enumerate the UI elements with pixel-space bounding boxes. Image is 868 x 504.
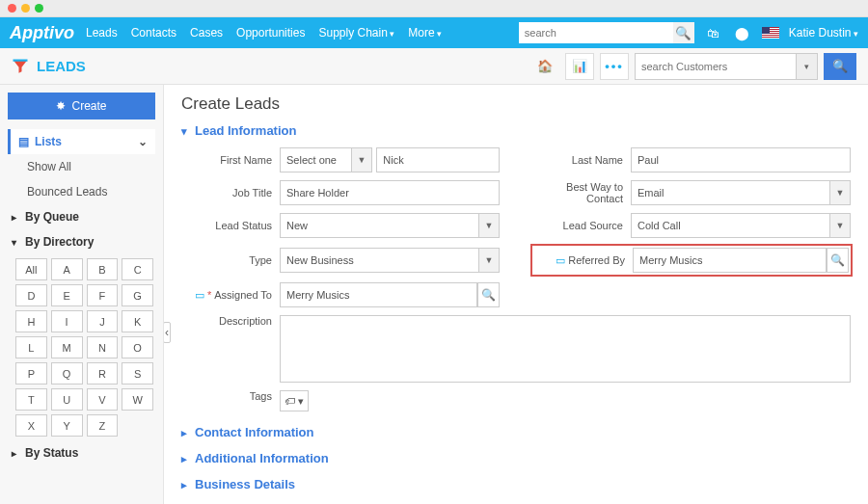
first-name-input[interactable] xyxy=(376,147,500,172)
alpha-q[interactable]: Q xyxy=(51,362,83,385)
content-area: ‹ Create Leads Lead Information First Na… xyxy=(164,85,868,504)
user-menu[interactable]: Katie Dustin xyxy=(789,26,858,40)
lead-source-dropdown[interactable]: ▼ xyxy=(829,213,851,238)
referred-by-search-button[interactable]: 🔍 xyxy=(827,248,849,273)
label-description: Description xyxy=(181,315,280,327)
alpha-y[interactable]: Y xyxy=(51,414,83,437)
alpha-t[interactable]: T xyxy=(15,388,47,411)
chart-icon[interactable]: 📊 xyxy=(565,53,594,80)
section-lead-information[interactable]: Lead Information xyxy=(181,118,851,144)
salutation-dropdown[interactable]: ▼ xyxy=(351,147,372,172)
global-search: 🔍 xyxy=(519,22,694,43)
top-nav: Apptivo Leads Contacts Cases Opportuniti… xyxy=(0,17,868,48)
alpha-g[interactable]: G xyxy=(122,284,153,306)
lead-status-dropdown[interactable]: ▼ xyxy=(478,213,500,238)
alpha-c[interactable]: C xyxy=(122,258,153,280)
label-tags: Tags xyxy=(181,390,280,402)
customer-search-dropdown[interactable]: ▾ xyxy=(796,54,817,79)
nav-leads[interactable]: Leads xyxy=(86,26,118,40)
nav-contacts[interactable]: Contacts xyxy=(131,26,176,40)
alpha-z[interactable]: Z xyxy=(87,414,119,437)
global-search-button[interactable]: 🔍 xyxy=(673,22,694,43)
label-referred-by: ▭Referred By xyxy=(534,254,633,267)
section-contact-information[interactable]: Contact Information xyxy=(181,419,851,445)
customer-search-button[interactable]: 🔍 xyxy=(824,53,856,80)
alpha-r[interactable]: R xyxy=(87,362,119,385)
alpha-j[interactable]: J xyxy=(87,310,119,332)
referred-by-input[interactable] xyxy=(633,248,827,273)
alpha-i[interactable]: I xyxy=(51,310,83,332)
min-dot[interactable] xyxy=(21,4,30,13)
module-bar: LEADS 🏠 📊 ••• ▾ 🔍 xyxy=(0,48,868,85)
more-actions-icon[interactable]: ••• xyxy=(600,53,629,80)
nav-opportunities[interactable]: Opportunities xyxy=(236,26,305,40)
alpha-h[interactable]: H xyxy=(15,310,47,332)
label-type: Type xyxy=(181,254,280,266)
sidebar-by-queue[interactable]: ▸By Queue xyxy=(8,204,155,229)
home-icon[interactable]: 🏠 xyxy=(530,53,559,80)
label-lead-status: Lead Status xyxy=(181,220,280,231)
customer-search: ▾ xyxy=(635,53,818,80)
assigned-to-search-button[interactable]: 🔍 xyxy=(477,282,500,307)
alpha-v[interactable]: V xyxy=(87,388,119,411)
create-button[interactable]: ✸Create xyxy=(8,93,155,119)
type-select[interactable] xyxy=(280,248,500,273)
assigned-to-input[interactable] xyxy=(280,282,477,307)
lead-status-select[interactable] xyxy=(280,213,500,238)
alpha-m[interactable]: M xyxy=(51,336,83,358)
alpha-d[interactable]: D xyxy=(15,284,47,306)
best-way-select[interactable] xyxy=(631,180,851,205)
alpha-p[interactable]: P xyxy=(15,362,47,385)
alpha-e[interactable]: E xyxy=(51,284,83,306)
sidebar-show-all[interactable]: Show All xyxy=(8,154,155,179)
logo[interactable]: Apptivo xyxy=(10,23,74,43)
label-first-name: First Name xyxy=(181,154,280,166)
alpha-o[interactable]: O xyxy=(122,336,153,358)
sidebar-lists[interactable]: ▤ Lists ⌄ xyxy=(8,129,155,154)
sidebar: ✸Create ▤ Lists ⌄ Show All Bounced Leads… xyxy=(0,85,164,504)
global-search-input[interactable] xyxy=(519,22,673,43)
alpha-all[interactable]: All xyxy=(15,258,47,280)
store-icon[interactable]: 🛍 xyxy=(704,23,723,42)
alpha-s[interactable]: S xyxy=(122,362,153,385)
nav-links: Leads Contacts Cases Opportunities Suppl… xyxy=(86,26,442,40)
sidebar-by-directory[interactable]: ▾By Directory xyxy=(8,229,155,254)
nav-cases[interactable]: Cases xyxy=(190,26,223,40)
alpha-f[interactable]: F xyxy=(87,284,119,306)
sidebar-bounced-leads[interactable]: Bounced Leads xyxy=(8,179,155,204)
nav-supply-chain[interactable]: Supply Chain xyxy=(318,26,394,40)
nav-more[interactable]: More xyxy=(408,26,442,40)
job-title-input[interactable] xyxy=(280,180,500,205)
label-lead-source: Lead Source xyxy=(532,220,631,231)
customer-search-input[interactable] xyxy=(635,53,818,80)
window-titlebar xyxy=(0,0,868,17)
last-name-input[interactable] xyxy=(631,147,851,172)
alpha-x[interactable]: X xyxy=(15,414,47,437)
section-business-details[interactable]: Business Details xyxy=(181,471,851,497)
flag-icon[interactable] xyxy=(762,27,779,39)
sidebar-collapse-handle[interactable]: ‹ xyxy=(164,322,171,343)
label-assigned-to: ▭*Assigned To xyxy=(181,289,280,302)
type-dropdown[interactable]: ▼ xyxy=(478,248,500,273)
add-tag-button[interactable]: 🏷 ▾ xyxy=(280,390,309,411)
lead-source-select[interactable] xyxy=(631,213,851,238)
alpha-a[interactable]: A xyxy=(51,258,83,280)
section-additional-information[interactable]: Additional Information xyxy=(181,445,851,471)
alpha-w[interactable]: W xyxy=(122,388,153,411)
module-title: LEADS xyxy=(12,58,86,75)
alpha-n[interactable]: N xyxy=(87,336,119,358)
alpha-k[interactable]: K xyxy=(122,310,153,332)
alpha-u[interactable]: U xyxy=(51,388,83,411)
svg-rect-0 xyxy=(14,59,28,61)
description-textarea[interactable] xyxy=(280,315,851,383)
notification-icon[interactable]: ⬤ xyxy=(733,23,752,42)
max-dot[interactable] xyxy=(35,4,43,13)
sidebar-by-status[interactable]: ▸By Status xyxy=(8,440,155,465)
best-way-dropdown[interactable]: ▼ xyxy=(829,180,851,205)
close-dot[interactable] xyxy=(8,4,16,13)
card-icon: ▭ xyxy=(556,254,565,267)
alpha-l[interactable]: L xyxy=(15,336,47,358)
chevron-down-icon: ⌄ xyxy=(138,135,148,148)
alpha-b[interactable]: B xyxy=(87,258,119,280)
label-last-name: Last Name xyxy=(532,154,631,166)
